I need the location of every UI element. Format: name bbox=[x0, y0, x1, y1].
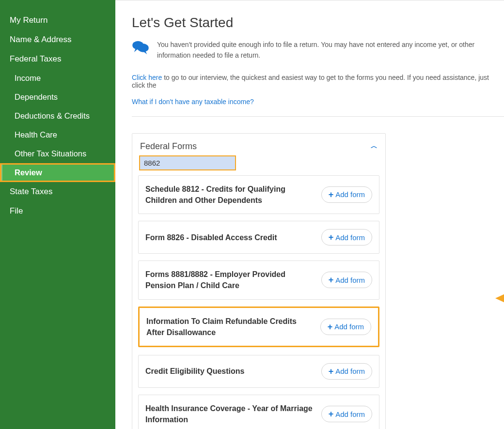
plus-icon: + bbox=[329, 190, 334, 199]
form-item-highlighted: Information To Claim Refundable Credits … bbox=[138, 306, 379, 347]
sidebar-item-health-care[interactable]: Health Care bbox=[0, 125, 115, 144]
plus-icon: + bbox=[329, 233, 334, 242]
chat-icon bbox=[132, 40, 149, 55]
sidebar-item-deductions-credits[interactable]: Deductions & Credits bbox=[0, 107, 115, 125]
sidebar: My Return Name & Address Federal Taxes I… bbox=[0, 0, 115, 429]
form-item: Schedule 8812 - Credits for Qualifying C… bbox=[138, 175, 379, 214]
what-if-link[interactable]: What if I don't have any taxable income? bbox=[132, 98, 504, 106]
sidebar-item-income[interactable]: Income bbox=[0, 69, 115, 88]
sidebar-item-other-tax[interactable]: Other Tax Situations bbox=[0, 144, 115, 163]
add-form-button[interactable]: +Add form bbox=[321, 272, 372, 288]
add-form-button[interactable]: +Add form bbox=[320, 319, 371, 335]
form-item: Health Insurance Coverage - Year of Marr… bbox=[138, 395, 379, 429]
plus-icon: + bbox=[329, 367, 334, 376]
forms-header-label: Federal Forms bbox=[140, 141, 197, 152]
divider bbox=[132, 116, 504, 117]
plus-icon: + bbox=[328, 322, 333, 331]
interview-info: Click here to go to our interview, the q… bbox=[132, 74, 504, 89]
sidebar-item-name-address[interactable]: Name & Address bbox=[0, 30, 115, 49]
form-label: Health Insurance Coverage - Year of Marr… bbox=[145, 403, 315, 425]
sidebar-item-my-return[interactable]: My Return bbox=[0, 11, 115, 30]
info-row: You haven't provided quite enough info t… bbox=[132, 39, 504, 61]
plus-icon: + bbox=[329, 276, 334, 284]
form-label: Credit Eligibility Questions bbox=[145, 366, 315, 377]
form-label: Form 8826 - Disabled Access Credit bbox=[145, 232, 315, 243]
forms-header[interactable]: Federal Forms ︿ bbox=[138, 141, 379, 155]
svg-point-1 bbox=[138, 44, 149, 52]
main-content: Let's Get Started You haven't provided q… bbox=[115, 0, 504, 429]
add-form-button[interactable]: +Add form bbox=[321, 229, 372, 245]
arrow-annotation bbox=[495, 291, 504, 306]
form-item: Form 8826 - Disabled Access Credit +Add … bbox=[138, 221, 379, 254]
sidebar-item-review[interactable]: Review bbox=[0, 163, 115, 182]
click-here-link[interactable]: Click here bbox=[132, 74, 162, 81]
forms-panel: Federal Forms ︿ Schedule 8812 - Credits … bbox=[132, 133, 386, 429]
svg-marker-3 bbox=[495, 293, 504, 303]
form-item: Credit Eligibility Questions +Add form bbox=[138, 355, 379, 388]
chevron-up-icon[interactable]: ︿ bbox=[371, 142, 378, 151]
form-item: Forms 8881/8882 - Employer Provided Pens… bbox=[138, 260, 379, 299]
form-label: Schedule 8812 - Credits for Qualifying C… bbox=[145, 184, 315, 206]
sidebar-item-federal-taxes[interactable]: Federal Taxes bbox=[0, 49, 115, 69]
plus-icon: + bbox=[329, 410, 334, 418]
click-here-rest: to go to our interview, the quickest and… bbox=[132, 74, 489, 89]
info-text: You haven't provided quite enough info t… bbox=[157, 39, 504, 61]
form-label: Forms 8881/8882 - Employer Provided Pens… bbox=[145, 269, 315, 291]
add-form-button[interactable]: +Add form bbox=[321, 406, 372, 422]
add-form-button[interactable]: +Add form bbox=[321, 186, 372, 203]
form-label: Information To Claim Refundable Credits … bbox=[146, 316, 315, 338]
add-form-button[interactable]: +Add form bbox=[321, 363, 372, 380]
page-title: Let's Get Started bbox=[132, 15, 504, 31]
sidebar-item-dependents[interactable]: Dependents bbox=[0, 88, 115, 107]
forms-search-input[interactable] bbox=[139, 155, 236, 170]
sidebar-item-state-taxes[interactable]: State Taxes bbox=[0, 182, 115, 201]
sidebar-item-file[interactable]: File bbox=[0, 201, 115, 221]
